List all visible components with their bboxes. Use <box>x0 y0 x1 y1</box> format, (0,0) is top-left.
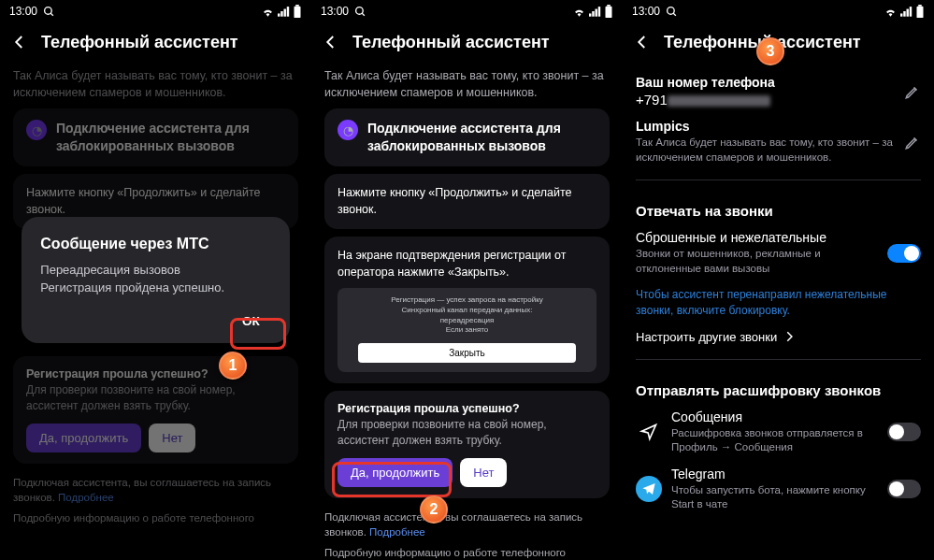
blurred-number <box>668 95 770 107</box>
svg-point-8 <box>356 7 364 14</box>
status-time: 13:00 <box>9 5 37 18</box>
signal-icon <box>278 6 290 17</box>
marker-1: 1 <box>219 352 247 380</box>
alisa-icon: ◔ <box>26 120 47 140</box>
content-2: Так Алиса будет называть вас тому, кто з… <box>311 62 623 560</box>
svg-rect-21 <box>910 7 912 17</box>
wifi-icon <box>884 6 898 17</box>
status-time: 13:00 <box>632 5 660 18</box>
messages-row[interactable]: Сообщения Расшифровка звонков отправляет… <box>636 409 921 455</box>
svg-rect-4 <box>284 9 286 17</box>
dropped-toggle[interactable] <box>887 244 921 263</box>
svg-point-0 <box>45 7 52 14</box>
battery-icon <box>293 5 302 18</box>
telegram-icon <box>636 476 662 502</box>
mini-phone: Регистрация — успех запроса на настройку… <box>338 288 596 372</box>
svg-rect-23 <box>917 7 924 18</box>
dialog-title: Сообщение через МТС <box>40 236 270 252</box>
title-bar: Телефонный ассистент <box>0 22 311 62</box>
search-icon <box>43 6 55 18</box>
svg-rect-6 <box>295 5 299 7</box>
status-bar: 13:00 <box>311 0 623 22</box>
back-icon[interactable] <box>323 34 339 50</box>
page-title: Телефонный ассистент <box>352 33 550 52</box>
intro-text: Так Алиса будет называть вас тому, кто з… <box>324 67 610 101</box>
intro-text: Так Алиса будет называть вас тому, кто з… <box>13 67 298 101</box>
phone-panel-2: 13:00 Телефонный ассистент Так Алиса буд… <box>311 0 623 560</box>
phone-row[interactable]: Ваш номер телефона +791 <box>636 75 921 108</box>
mini-close-button: Закрыть <box>358 343 576 363</box>
no-button[interactable]: Нет <box>460 458 507 487</box>
setup-heading-text: Подключение ассистента для заблокированн… <box>56 120 285 155</box>
svg-line-17 <box>673 13 676 16</box>
title-bar: Телефонный ассистент <box>311 22 623 62</box>
search-icon <box>666 6 678 18</box>
telegram-toggle[interactable] <box>887 480 921 498</box>
reg-block: Регистрация прошла успешно? Для проверки… <box>324 391 610 498</box>
mts-dialog: Сообщение через МТС Переадресация вызово… <box>22 217 289 343</box>
step2-card: На экране подтверждения регистрации от о… <box>324 237 610 383</box>
send-title: Отправлять расшифровку звонков <box>636 382 921 398</box>
phone-panel-1: 13:00 Телефонный ассистент Так Алиса буд… <box>0 0 311 560</box>
svg-rect-3 <box>280 11 282 17</box>
status-bar: 13:00 <box>0 0 311 22</box>
phone-panel-3: 13:00 Телефонный ассистент Ваш номер тел… <box>623 0 934 560</box>
dropped-row[interactable]: Сброшенные и нежелательные Звонки от мош… <box>636 230 921 276</box>
svg-rect-10 <box>589 13 591 16</box>
content-3: Ваш номер телефона +791 Lumpics Так Алис… <box>623 62 934 560</box>
svg-rect-19 <box>903 11 905 17</box>
svg-rect-18 <box>900 13 902 16</box>
content-1: Так Алиса будет называть вас тому, кто з… <box>0 62 311 560</box>
edit-icon[interactable] <box>904 134 921 151</box>
status-bar: 13:00 <box>623 0 934 22</box>
marker-2: 2 <box>420 495 448 524</box>
svg-rect-20 <box>907 9 909 17</box>
step1-card: Нажмите кнопку «Продолжить» и сделайте з… <box>324 174 610 229</box>
svg-point-16 <box>668 7 675 14</box>
svg-rect-12 <box>596 9 597 17</box>
more-link[interactable]: Подробнее <box>58 492 114 503</box>
dialog-ok-button[interactable]: ОК <box>231 310 271 332</box>
svg-rect-2 <box>278 13 280 16</box>
no-button[interactable]: Нет <box>149 424 195 452</box>
back-icon[interactable] <box>11 34 28 50</box>
agree-text: Подключая ассистента, вы соглашаетесь на… <box>13 475 298 505</box>
svg-rect-15 <box>606 7 612 18</box>
svg-rect-5 <box>287 7 289 17</box>
other-calls-row[interactable]: Настроить другие звонки <box>636 330 921 344</box>
battery-icon <box>915 5 925 18</box>
wifi-icon <box>572 6 586 17</box>
agree-text: Подключая ассистента, вы соглашаетесь на… <box>324 510 610 539</box>
svg-line-9 <box>362 13 365 16</box>
back-icon[interactable] <box>634 34 651 50</box>
paper-plane-icon <box>636 419 662 445</box>
signal-icon <box>589 6 601 17</box>
more-link[interactable]: Подробнее <box>369 526 425 538</box>
setup-heading: ◔ Подключение ассистента для заблокирова… <box>13 108 298 166</box>
svg-line-1 <box>50 13 53 16</box>
wifi-icon <box>261 6 275 17</box>
setup-heading-text: Подключение ассистента для заблокированн… <box>367 120 596 155</box>
marker-3: 3 <box>756 37 784 65</box>
continue-button[interactable]: Да, продолжить <box>338 458 453 487</box>
search-icon <box>354 6 366 18</box>
edit-icon[interactable] <box>904 83 921 100</box>
dialog-body: Переадресация вызовов Регистрация пройде… <box>40 262 270 297</box>
status-time: 13:00 <box>321 5 349 18</box>
signal-icon <box>900 6 912 17</box>
svg-rect-11 <box>592 11 594 17</box>
telegram-row[interactable]: Telegram Чтобы запустить бота, нажмите к… <box>636 467 921 512</box>
page-title: Телефонный ассистент <box>41 33 238 52</box>
alisa-icon: ◔ <box>338 120 358 140</box>
battery-icon <box>604 5 613 18</box>
reg-block: Регистрация прошла успешно? Для проверки… <box>13 356 298 464</box>
svg-rect-22 <box>918 5 922 7</box>
block-link[interactable]: Чтобы ассистент перенаправил нежелательн… <box>636 287 921 319</box>
continue-button[interactable]: Да, продолжить <box>26 424 141 452</box>
chevron-right-icon <box>783 330 796 343</box>
messages-toggle[interactable] <box>887 423 921 441</box>
answer-title: Отвечать на звонки <box>636 203 921 219</box>
svg-rect-7 <box>295 7 301 18</box>
name-row[interactable]: Lumpics Так Алиса будет называть вас том… <box>636 119 921 165</box>
setup-heading: ◔ Подключение ассистента для заблокирова… <box>324 108 610 166</box>
